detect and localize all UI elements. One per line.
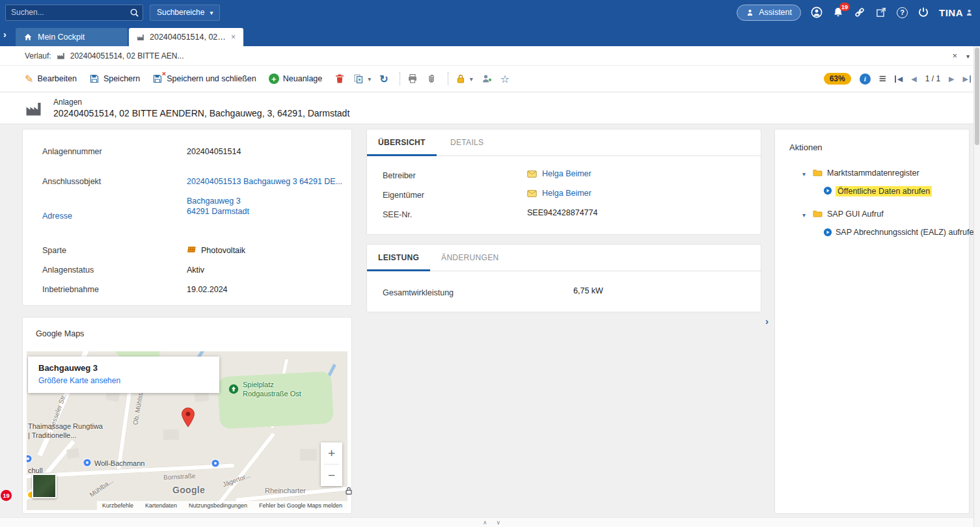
map-larger-link[interactable]: Größere Karte ansehen: [38, 376, 209, 385]
map-nutzungsbedingungen-link[interactable]: Nutzungsbedingungen: [189, 502, 247, 509]
gesamtwirkleistung-text: 6,75 kW: [573, 286, 603, 295]
tab-uebersicht[interactable]: ÜBERSICHT: [367, 129, 437, 155]
save-icon: [89, 74, 100, 84]
poi-spielplatz[interactable]: Spielplatz Rodgaustraße Ost: [243, 380, 301, 398]
zoom-out-button[interactable]: −: [321, 465, 342, 486]
map-fehler-melden-link[interactable]: Fehler bei Google Maps melden: [259, 502, 342, 509]
lock-button[interactable]: [456, 74, 473, 84]
link-icon[interactable]: [854, 7, 865, 18]
shop-poi-icon[interactable]: [27, 454, 33, 463]
anlage-details-card: Anlagennummer 202404051514 Anschlussobje…: [22, 129, 352, 306]
assign-user-button[interactable]: [482, 74, 492, 84]
tab-close-icon[interactable]: [231, 33, 236, 42]
speichern-und-schliessen-label: Speichern und schließen: [167, 74, 256, 83]
topbar: Suchbereiche Assistent 19 TINA: [0, 0, 980, 25]
vertical-scrollbar[interactable]: [973, 46, 980, 527]
park-poi-icon[interactable]: [228, 384, 239, 394]
satellite-toggle-thumbnail[interactable]: [32, 474, 57, 498]
panel-expander-icon[interactable]: [765, 316, 769, 327]
external-link-icon[interactable]: [875, 7, 887, 18]
lock-dropdown-icon[interactable]: [470, 74, 473, 83]
shop-poi-icon[interactable]: [83, 458, 92, 467]
play-circle-icon[interactable]: [823, 186, 832, 195]
tab-aenderungen[interactable]: ÄNDERUNGEN: [430, 245, 510, 271]
home-icon: [23, 33, 33, 42]
favorite-button[interactable]: [500, 73, 510, 85]
inbetriebnahme-label: Inbetriebnahme: [42, 285, 99, 294]
splitter-down-icon[interactable]: [497, 519, 501, 526]
info-icon[interactable]: [860, 74, 871, 85]
tab-anlage[interactable]: 202404051514, 02 BIT...: [129, 28, 243, 46]
aktionen-group-sap-gui-aufruf[interactable]: SAP GUI Aufruf: [827, 209, 884, 219]
nav-last-button[interactable]: [963, 75, 971, 83]
search-input[interactable]: [5, 5, 143, 21]
assistent-label: Assistent: [759, 8, 792, 17]
play-circle-icon[interactable]: [823, 228, 832, 237]
bearbeiten-label: Bearbeiten: [37, 74, 76, 83]
history-entry[interactable]: 202404051514, 02 BITTE AEN...: [70, 51, 184, 61]
menu-icon[interactable]: [879, 72, 886, 86]
neuanlage-button[interactable]: Neuanlage: [269, 74, 322, 84]
account-icon[interactable]: [811, 7, 823, 18]
nav-next-button[interactable]: [949, 75, 954, 83]
tab-leistung[interactable]: LEISTUNG: [367, 245, 430, 271]
sidebar-expander-icon[interactable]: [3, 29, 7, 40]
collapse-caret-icon[interactable]: [802, 211, 806, 219]
content-area: Anlagennummer 202404051514 Anschlussobje…: [0, 124, 980, 527]
aktionen-group-marktstammdatenregister[interactable]: Marktstammdatenregister: [827, 169, 919, 178]
uebersicht-card: ÜBERSICHT DETAILS Betreiber Helga Beimer…: [366, 129, 761, 235]
help-icon[interactable]: [897, 7, 908, 18]
adresse-city-link[interactable]: 64291 Darmstadt: [187, 207, 249, 216]
google-logo[interactable]: Google: [172, 485, 205, 495]
search-icon[interactable]: [129, 8, 139, 18]
scrollbar-thumb[interactable]: [975, 47, 979, 145]
nav-prev-button[interactable]: [911, 75, 916, 83]
progress-badge[interactable]: 63%: [824, 73, 851, 85]
zoom-in-button[interactable]: +: [321, 442, 342, 464]
aktion-oeffentliche-daten-abrufen[interactable]: Öffentliche Daten abrufen: [836, 186, 932, 196]
poi-woll-bachmann[interactable]: Woll-Bachmann: [94, 459, 144, 468]
attachments-button[interactable]: [426, 74, 437, 84]
map-kartendaten-link[interactable]: Kartendaten: [145, 502, 177, 509]
tab-details[interactable]: DETAILS: [437, 129, 498, 155]
speichern-und-schliessen-button[interactable]: Speichern und schließen: [152, 74, 256, 84]
tab-label: Mein Cockpit: [38, 33, 85, 42]
aktion-sap-abrechnungssicht[interactable]: SAP Abrechnungssicht (EALZ) aufrufen: [836, 228, 978, 237]
eigentuemer-link[interactable]: Helga Beimer: [542, 189, 592, 198]
speichern-button[interactable]: Speichern: [89, 74, 140, 84]
map-kurzbefehle-link[interactable]: Kurzbefehle: [102, 502, 133, 509]
copy-button[interactable]: [353, 74, 371, 84]
adresse-street-link[interactable]: Bachgauweg 3: [187, 196, 241, 206]
map-canvas[interactable]: Messeler Str. Ob. Mühlstr... Bornstraße …: [27, 351, 347, 510]
history-close-icon[interactable]: [952, 51, 957, 61]
history-label: Verlauf:: [25, 51, 51, 61]
map-pin-icon[interactable]: [180, 407, 196, 428]
shop-poi-icon[interactable]: [211, 459, 220, 468]
copy-dropdown-icon[interactable]: [368, 74, 371, 83]
suchbereiche-label: Suchbereiche: [157, 8, 204, 17]
nav-first-button[interactable]: [895, 75, 903, 83]
tab-leistung-label: LEISTUNG: [378, 253, 419, 262]
see-nr-text: SEE942428874774: [527, 208, 597, 217]
delete-button[interactable]: [334, 74, 345, 84]
tab-mein-cockpit[interactable]: Mein Cockpit: [16, 28, 128, 46]
poi-thaimassage[interactable]: Thaimassage Rungtiwa | Traditionelle...: [28, 422, 103, 440]
suchbereiche-button[interactable]: Suchbereiche: [150, 5, 220, 21]
assistent-button[interactable]: Assistent: [737, 5, 801, 21]
power-icon[interactable]: [918, 7, 929, 18]
history-dropdown-icon[interactable]: [966, 51, 970, 61]
envelope-icon[interactable]: [527, 190, 537, 197]
save-close-icon: [152, 74, 163, 84]
adresse-label[interactable]: Adresse: [42, 211, 72, 221]
anschlussobjekt-link[interactable]: 202404051513 Bachgauweg 3 64291 DE...: [187, 177, 342, 186]
splitter-up-icon[interactable]: [483, 519, 487, 526]
betreiber-link[interactable]: Helga Beimer: [542, 169, 592, 178]
bearbeiten-button[interactable]: Bearbeiten: [25, 73, 77, 85]
print-button[interactable]: [407, 74, 418, 84]
refresh-button[interactable]: [379, 73, 388, 85]
envelope-icon[interactable]: [527, 170, 537, 178]
object-header-text: Anlagen 202404051514, 02 BITTE AENDERN, …: [53, 98, 349, 118]
notifications-button[interactable]: 19: [832, 7, 844, 18]
collapse-caret-icon[interactable]: [802, 170, 806, 178]
tab-details-label: DETAILS: [450, 138, 483, 147]
